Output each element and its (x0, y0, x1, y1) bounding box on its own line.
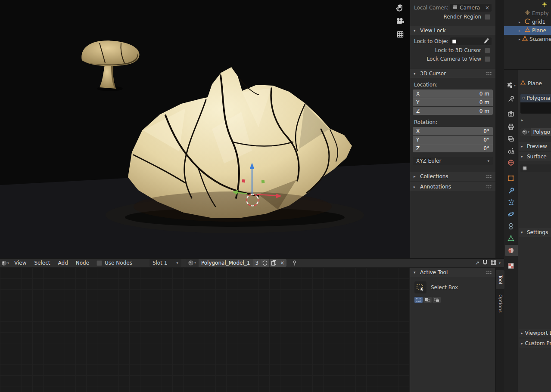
material-slot-row[interactable]: Polygona (520, 94, 551, 102)
unlink-material-icon[interactable]: × (278, 259, 286, 267)
tab-physics-icon[interactable] (507, 210, 515, 218)
editor-type-button[interactable]: ▾ (505, 81, 517, 90)
panel-header-collections[interactable]: ▸ Collections (410, 172, 495, 181)
outliner-item-plane[interactable]: ▸ Plane (504, 26, 551, 35)
active-tool-panel: ▾ Active Tool Select Box (410, 268, 495, 392)
tab-world-icon[interactable] (507, 159, 515, 167)
lock-camera-view-checkbox[interactable] (485, 56, 490, 62)
cursor-location-y[interactable]: Y 0 m (413, 98, 493, 106)
pan-hand-icon[interactable] (395, 3, 405, 13)
cursor-location-z[interactable]: Z 0 m (413, 107, 493, 115)
section-custom-properties[interactable]: ▸ Custom Pr (519, 339, 551, 348)
tab-output-icon[interactable] (507, 123, 515, 131)
chevron-right-icon: ▸ (414, 174, 417, 179)
material-slot-list[interactable]: Polygona (520, 94, 551, 114)
material-name-field[interactable]: Polygonal_Model_1 (199, 259, 253, 267)
cursor-location-x[interactable]: X 0 m (413, 90, 493, 98)
chevron-right-icon[interactable]: ▸ (519, 37, 520, 41)
render-region-checkbox[interactable] (485, 14, 490, 20)
section-surface[interactable]: ▾ Surface (519, 152, 551, 161)
cursor-rotation-y[interactable]: Y 0° (413, 136, 493, 144)
axis-label: Y (416, 137, 423, 143)
tab-options[interactable]: Options (496, 291, 504, 316)
mode-set-button[interactable] (414, 297, 423, 303)
menu-select[interactable]: Select (30, 258, 54, 268)
node-editor-canvas[interactable] (0, 268, 410, 392)
pin-icon[interactable] (292, 260, 298, 266)
panel-header-active-tool[interactable]: ▾ Active Tool (410, 268, 495, 277)
tab-tool[interactable]: Tool (496, 270, 504, 289)
grid-overlay-icon[interactable] (491, 259, 496, 266)
axis-label: X (416, 91, 423, 97)
snap-magnet-icon[interactable] (482, 259, 488, 267)
viewport-3d[interactable] (0, 0, 410, 258)
menu-add[interactable]: Add (54, 258, 72, 268)
select-box-tool-button[interactable] (414, 281, 426, 293)
outliner-row-light[interactable] (504, 0, 551, 9)
chevron-right-icon: ▸ (521, 331, 523, 335)
material-name-field[interactable]: Polygo (531, 128, 551, 136)
breadcrumb-object-name[interactable]: Plane (528, 80, 542, 86)
section-preview[interactable]: ▸ Preview (519, 142, 551, 151)
panel-header-view-lock[interactable]: ▾ View Lock (410, 26, 495, 35)
outliner-item-empty[interactable]: Empty (504, 9, 551, 18)
panel-header-annotations[interactable]: ▸ Annotations (410, 182, 495, 191)
material-browse-button[interactable]: ▾ (520, 128, 531, 136)
use-nodes-checkbox[interactable] (97, 260, 102, 266)
grid-view-icon[interactable] (395, 29, 405, 40)
fake-user-shield-icon[interactable] (261, 259, 269, 267)
eyedropper-icon[interactable] (483, 38, 489, 45)
rotation-mode-dropdown[interactable]: XYZ Euler ▾ (413, 157, 493, 165)
chevron-right-icon: ▸ (414, 185, 417, 189)
outliner-item-suzanne[interactable]: ▸ Suzanne (504, 35, 551, 43)
outliner-item-label: Suzanne (529, 36, 551, 42)
menu-view[interactable]: View (10, 258, 30, 268)
tab-scene-icon[interactable] (507, 147, 515, 154)
section-settings[interactable]: ▾ Settings (519, 228, 551, 237)
users-count-button[interactable]: 3 (253, 259, 261, 267)
tab-texture-icon[interactable] (507, 262, 515, 270)
material-selector[interactable]: ▾ Polygo (520, 128, 551, 136)
slot-dropdown[interactable]: Slot 1 ▾ (149, 259, 181, 267)
slot-specials-arrow[interactable]: ▸ (521, 118, 523, 122)
chevron-right-icon[interactable]: ▸ (519, 29, 523, 33)
tab-object-icon[interactable] (507, 174, 515, 182)
section-viewport-display[interactable]: ▸ Viewport D (519, 329, 551, 337)
tab-view-layer-icon[interactable] (507, 135, 515, 143)
cursor-rotation-x[interactable]: X 0° (413, 127, 493, 135)
tab-object-data-icon[interactable] (507, 235, 515, 242)
panel-menu-dots-icon[interactable] (486, 174, 492, 179)
panel-menu-dots-icon[interactable] (486, 71, 492, 76)
menu-node[interactable]: Node (72, 258, 93, 268)
panel-menu-dots-icon[interactable] (486, 185, 492, 189)
material-browse-button[interactable]: ▾ (186, 259, 199, 267)
chevron-down-icon[interactable]: ▾ (499, 261, 501, 265)
mesh-data-icon (522, 36, 528, 43)
cursor-rotation-z[interactable]: Z 0° (413, 144, 493, 152)
tab-material-icon[interactable] (507, 247, 515, 254)
arrow-up-right-icon[interactable]: ↗ (475, 260, 479, 266)
tab-render-icon[interactable] (507, 110, 515, 118)
camera-view-icon[interactable] (395, 16, 405, 26)
panel-menu-dots-icon[interactable] (486, 270, 492, 275)
clear-camera-icon[interactable]: × (485, 5, 489, 10)
copy-material-icon[interactable] (269, 259, 278, 267)
lock-3d-cursor-checkbox[interactable] (485, 48, 490, 53)
editor-type-button[interactable]: ▾ (0, 258, 10, 268)
active-tool-name: Select Box (431, 284, 458, 290)
camera-selector[interactable]: Camera × (450, 4, 492, 12)
mode-extend-button[interactable] (423, 297, 432, 303)
mode-subtract-button[interactable] (433, 297, 441, 303)
tab-constraints-icon[interactable] (507, 222, 515, 230)
panel-header-3d-cursor[interactable]: ▾ 3D Cursor (410, 69, 495, 78)
tab-tool-icon[interactable] (507, 95, 515, 103)
lock-to-object-field[interactable] (450, 37, 492, 45)
view-lock-title: View Lock (420, 28, 446, 34)
chevron-right-icon[interactable]: ▸ (519, 20, 523, 24)
surface-shader-field[interactable] (520, 164, 551, 172)
tab-modifiers-icon[interactable] (507, 187, 515, 194)
outliner-item-grid1[interactable]: ▸ grid1 (504, 18, 551, 26)
chevron-right-icon: ▸ (521, 341, 523, 346)
tab-particles-icon[interactable] (507, 198, 515, 206)
camera-icon (452, 5, 458, 11)
